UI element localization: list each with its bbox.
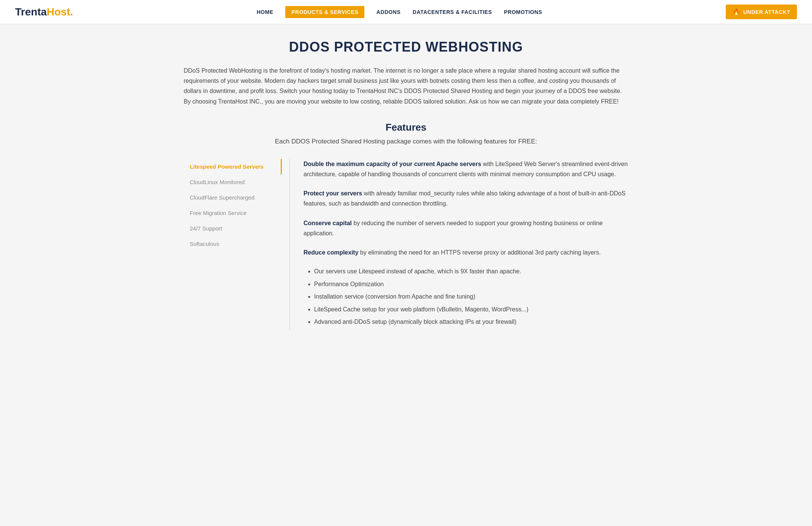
feature-block-3: Conserve capital by reducing the number … xyxy=(304,218,628,238)
features-layout: Litespeed Powered Servers CloudLinux Mon… xyxy=(184,159,628,330)
logo[interactable]: Trenta Host . xyxy=(15,6,73,18)
under-attack-button[interactable]: 🔥 UNDER ATTACK? xyxy=(726,5,797,19)
feature-block-1: Double the maximum capacity of your curr… xyxy=(304,159,628,179)
sidebar-item-softaculous[interactable]: Softaculous xyxy=(184,236,282,252)
under-attack-label: UNDER ATTACK? xyxy=(743,9,790,15)
logo-trenta: Trenta xyxy=(15,6,47,18)
sidebar-item-cloudlinux[interactable]: CloudLinux Monitored xyxy=(184,174,282,190)
features-subheading: Each DDOS Protected Shared Hosting packa… xyxy=(184,138,628,145)
main-nav: HOME PRODUCTS & SERVICES ADDONS DATACENT… xyxy=(257,6,542,18)
bullet-item-4: LiteSpeed Cache setup for your web platf… xyxy=(314,305,628,314)
feature-3-bold: Conserve capital xyxy=(304,220,352,226)
feature-block-4: Reduce complexity by eliminating the nee… xyxy=(304,247,628,258)
sidebar-item-litespeed[interactable]: Litespeed Powered Servers xyxy=(184,159,282,174)
bullet-item-2: Performance Optimization xyxy=(314,279,628,289)
feature-1-bold: Double the maximum capacity of your curr… xyxy=(304,161,482,167)
fire-icon: 🔥 xyxy=(732,8,740,15)
intro-paragraph: DDoS Protected WebHosting is the forefro… xyxy=(184,66,628,107)
nav-products-services[interactable]: PRODUCTS & SERVICES xyxy=(285,6,364,18)
main-content: DDOS PROTECTED WEBHOSTING DDoS Protected… xyxy=(161,24,651,345)
nav-datacenters[interactable]: DATACENTERS & FACILITIES xyxy=(413,9,492,15)
bullet-item-1: Our servers use Litespeed instead of apa… xyxy=(314,267,628,276)
feature-block-2: Protect your servers with already famili… xyxy=(304,188,628,209)
sidebar-item-cloudflare[interactable]: CloudFlare Supercharged xyxy=(184,190,282,205)
features-heading: Features xyxy=(184,122,628,133)
logo-host: Host xyxy=(47,6,70,18)
feature-4-bold: Reduce complexity xyxy=(304,249,359,256)
bullet-item-3: Installation service (conversion from Ap… xyxy=(314,292,628,302)
nav-home[interactable]: HOME xyxy=(257,9,273,15)
header: Trenta Host . HOME PRODUCTS & SERVICES A… xyxy=(0,0,812,24)
nav-addons[interactable]: ADDONS xyxy=(376,9,401,15)
bullet-item-5: Advanced anti-DDoS setup (dynamically bl… xyxy=(314,317,628,327)
feature-4-text: by eliminating the need for an HTTPS rev… xyxy=(360,249,601,256)
feature-bullet-list: Our servers use Litespeed instead of apa… xyxy=(304,267,628,327)
sidebar-item-migration[interactable]: Free Migration Service xyxy=(184,205,282,221)
features-section: Features Each DDOS Protected Shared Host… xyxy=(184,122,628,330)
feature-2-bold: Protect your servers xyxy=(304,190,362,197)
nav-promotions[interactable]: PROMOTIONS xyxy=(504,9,542,15)
page-title: DDOS PROTECTED WEBHOSTING xyxy=(184,39,628,55)
features-sidebar: Litespeed Powered Servers CloudLinux Mon… xyxy=(184,159,289,252)
sidebar-item-support[interactable]: 24/7 Support xyxy=(184,221,282,236)
logo-dot: . xyxy=(70,6,73,18)
features-content: Double the maximum capacity of your curr… xyxy=(289,159,628,330)
